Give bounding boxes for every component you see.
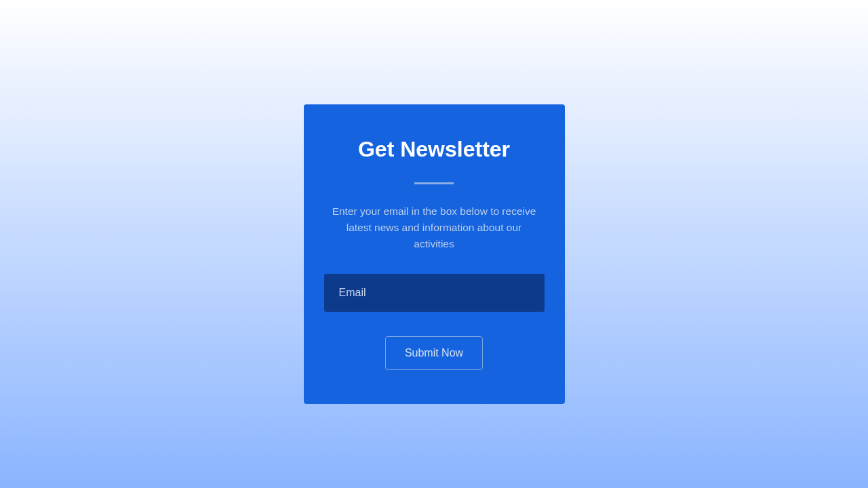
divider (414, 182, 454, 184)
newsletter-description: Enter your email in the box below to rec… (324, 203, 545, 252)
email-input[interactable] (324, 274, 545, 312)
newsletter-title: Get Newsletter (324, 137, 545, 162)
submit-button[interactable]: Submit Now (385, 336, 483, 370)
newsletter-card: Get Newsletter Enter your email in the b… (304, 104, 565, 404)
